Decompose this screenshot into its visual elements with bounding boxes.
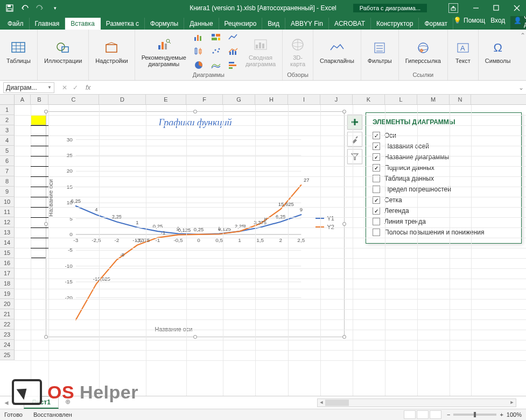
column-header[interactable]: N bbox=[450, 95, 471, 104]
chart-title[interactable]: Графики функций bbox=[46, 112, 344, 129]
illustrations-button[interactable]: Иллюстрации bbox=[42, 38, 84, 65]
column-header[interactable]: H bbox=[255, 95, 288, 104]
tab-abbyy[interactable]: ABBYY Fin bbox=[285, 18, 329, 30]
addins-button[interactable]: Надстройки bbox=[93, 38, 130, 65]
tab-review[interactable]: Рецензиро bbox=[219, 18, 263, 30]
scroll-left-icon[interactable]: ◄ bbox=[318, 400, 325, 406]
column-chart-icon[interactable] bbox=[192, 32, 206, 42]
statistic-chart-icon[interactable] bbox=[192, 46, 206, 56]
minimize-button[interactable] bbox=[467, 0, 485, 16]
save-icon[interactable] bbox=[4, 3, 15, 13]
column-header[interactable]: E bbox=[146, 95, 186, 104]
ribbon-display-options-icon[interactable] bbox=[448, 3, 458, 13]
tab-chart-design[interactable]: Конструктор bbox=[371, 18, 419, 30]
zoom-slider[interactable] bbox=[453, 414, 496, 416]
view-page-layout-button[interactable] bbox=[417, 410, 429, 419]
enter-formula-icon[interactable]: ✓ bbox=[73, 84, 78, 91]
flyout-item[interactable]: Линия тренда bbox=[373, 216, 515, 227]
text-button[interactable]: A Текст bbox=[452, 38, 474, 65]
column-header[interactable]: F bbox=[186, 95, 223, 104]
flyout-item[interactable]: Полосы повышения и понижения bbox=[373, 227, 515, 238]
column-header[interactable]: G bbox=[223, 95, 255, 104]
combo-chart-icon[interactable] bbox=[226, 46, 240, 56]
row-header[interactable]: 20 bbox=[0, 299, 15, 309]
maximize-button[interactable] bbox=[487, 0, 506, 16]
row-header[interactable]: 18 bbox=[0, 279, 15, 289]
column-header[interactable]: B bbox=[31, 95, 48, 104]
collapse-ribbon-icon[interactable]: ⌃ bbox=[517, 30, 526, 80]
view-normal-button[interactable] bbox=[404, 410, 416, 419]
row-header[interactable]: 3 bbox=[0, 125, 15, 136]
resize-handle[interactable] bbox=[342, 335, 346, 339]
column-header[interactable]: A bbox=[15, 95, 31, 104]
row-header[interactable]: 12 bbox=[0, 217, 15, 227]
row-header[interactable]: 1 bbox=[0, 105, 15, 115]
bar-chart-icon[interactable] bbox=[226, 60, 240, 70]
column-header[interactable]: C bbox=[48, 95, 99, 104]
resize-handle[interactable] bbox=[44, 222, 48, 226]
row-header[interactable]: 11 bbox=[0, 207, 15, 217]
tab-view[interactable]: Вид bbox=[262, 18, 285, 30]
redo-icon[interactable] bbox=[34, 3, 45, 13]
row-header[interactable]: 24 bbox=[0, 340, 15, 350]
chart-styles-button[interactable] bbox=[347, 132, 362, 147]
chevron-down-icon[interactable]: ▼ bbox=[47, 85, 52, 90]
checkbox-icon[interactable] bbox=[373, 218, 380, 225]
chart-plot-area[interactable]: -20-15-10-5051015202530-3-2,5-2-1,5-1-0,… bbox=[46, 129, 344, 328]
view-page-break-button[interactable] bbox=[430, 410, 441, 419]
tab-insert[interactable]: Вставка bbox=[65, 18, 101, 30]
hierarchy-chart-icon[interactable] bbox=[209, 32, 223, 42]
flyout-item[interactable]: Названия осей bbox=[373, 141, 515, 152]
zoom-out-button[interactable]: − bbox=[447, 411, 450, 418]
flyout-item[interactable]: Название диаграммы bbox=[373, 152, 515, 162]
horizontal-scrollbar[interactable]: ◄ ► bbox=[317, 398, 516, 407]
sheet-nav-prev-icon[interactable]: ◄ bbox=[3, 399, 10, 407]
scroll-right-icon[interactable]: ► bbox=[509, 400, 515, 406]
chart-legend[interactable]: Y1 Y2 bbox=[315, 213, 334, 232]
column-header[interactable]: J bbox=[320, 95, 353, 104]
row-header[interactable]: 7 bbox=[0, 166, 15, 176]
line-chart-icon[interactable] bbox=[226, 32, 240, 42]
scatter-chart-icon[interactable] bbox=[209, 46, 223, 56]
fx-icon[interactable]: fx bbox=[86, 84, 90, 91]
column-header[interactable]: M bbox=[417, 95, 450, 104]
resize-handle[interactable] bbox=[342, 222, 346, 226]
x-axis-title[interactable]: Название оси bbox=[46, 326, 301, 332]
row-header[interactable]: 16 bbox=[0, 258, 15, 268]
flyout-item[interactable]: Подписи данных bbox=[373, 162, 515, 173]
name-box[interactable]: Диаграм...▼ bbox=[3, 82, 54, 93]
zoom-level[interactable]: 100% bbox=[507, 411, 522, 418]
row-header[interactable]: 9 bbox=[0, 187, 15, 197]
filters-button[interactable]: Фильтры bbox=[366, 38, 394, 65]
checkbox-icon[interactable] bbox=[373, 229, 380, 236]
resize-handle[interactable] bbox=[193, 335, 197, 339]
row-header[interactable]: 17 bbox=[0, 268, 15, 279]
tab-chart-format[interactable]: Формат bbox=[419, 18, 453, 30]
flyout-item[interactable]: Таблица данных bbox=[373, 173, 515, 184]
undo-icon[interactable] bbox=[19, 3, 30, 13]
row-header[interactable]: 4 bbox=[0, 136, 15, 146]
cancel-formula-icon[interactable]: ✕ bbox=[62, 84, 67, 91]
row-header[interactable]: 21 bbox=[0, 309, 15, 319]
flyout-item[interactable]: Сетка bbox=[373, 195, 515, 205]
close-button[interactable] bbox=[508, 0, 526, 16]
row-header[interactable]: 14 bbox=[0, 238, 15, 248]
pie-chart-icon[interactable] bbox=[192, 60, 206, 70]
tab-acrobat[interactable]: ACROBAT bbox=[329, 18, 371, 30]
tab-data[interactable]: Данные bbox=[184, 18, 219, 30]
chart-object[interactable]: Графики функций -20-15-10-5051015202530-… bbox=[46, 111, 345, 337]
row-header[interactable]: 22 bbox=[0, 319, 15, 330]
sheet-tab-active[interactable]: Лист1 bbox=[24, 396, 59, 409]
scroll-thumb[interactable] bbox=[325, 400, 349, 406]
resize-handle[interactable] bbox=[44, 110, 48, 113]
chart-elements-button[interactable] bbox=[347, 115, 362, 130]
select-all-cell[interactable] bbox=[0, 95, 15, 104]
hyperlink-button[interactable]: Гиперссылка bbox=[403, 38, 443, 65]
tab-page-layout[interactable]: Разметка с bbox=[101, 18, 145, 30]
formula-input[interactable] bbox=[94, 82, 513, 93]
tell-me-search[interactable]: 💡Помощ bbox=[453, 17, 485, 24]
row-header[interactable]: 10 bbox=[0, 197, 15, 207]
checkbox-icon[interactable] bbox=[373, 153, 380, 161]
row-header[interactable]: 25 bbox=[0, 350, 15, 360]
checkbox-icon[interactable] bbox=[373, 164, 380, 172]
